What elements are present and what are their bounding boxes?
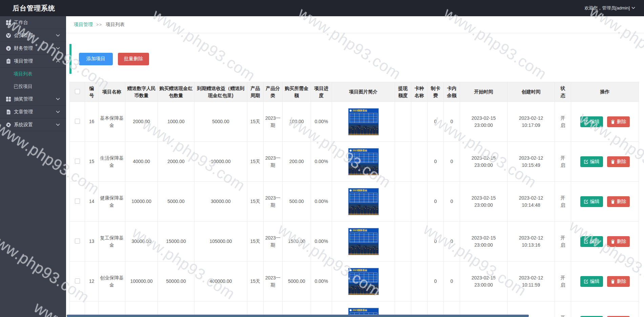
col-header-label: 到期赠送收益（赠送到现金红包里) xyxy=(195,85,246,99)
poster-title: 2023国际基金 xyxy=(353,189,368,192)
edit-button[interactable]: 编辑 xyxy=(580,116,603,127)
breadcrumb-section-link[interactable]: 项目管理 xyxy=(74,22,93,28)
col-header-label: 项目进度 xyxy=(313,85,330,99)
row-checkbox[interactable] xyxy=(75,239,80,244)
delete-button[interactable]: 删除 xyxy=(607,276,630,287)
col-header-id: 编号 xyxy=(85,82,99,102)
cell-maturity_income: 10000.00 xyxy=(194,142,247,182)
cell-value-card_fee: 0 xyxy=(434,198,437,205)
edit-icon xyxy=(584,239,588,244)
edit-button[interactable]: 编辑 xyxy=(580,316,603,317)
cell-value-digital_rmb: 10000.00 xyxy=(131,198,151,205)
cell-value-status: 开启 xyxy=(560,195,566,209)
table-row: 14健康保障基金10000.005000.0030000.0015天2023一期… xyxy=(70,182,639,222)
col-header-label: 提现额度 xyxy=(397,85,409,99)
cell-value-card_balance: 0 xyxy=(451,278,453,285)
sidebar-item-article-management[interactable]: 文章管理 xyxy=(0,106,66,118)
col-header-cycle: 产品周期 xyxy=(247,82,264,102)
cell-image: 2023国际基金 xyxy=(332,142,395,182)
cell-value-progress: 0.00% xyxy=(315,158,328,165)
sidebar-item-label: 项目管理 xyxy=(14,58,33,64)
edit-button[interactable]: 编辑 xyxy=(580,236,603,247)
table-row: 15生活保障基金4000.002000.0010000.0015天2023一期2… xyxy=(70,142,639,182)
cell-progress: 0.00% xyxy=(311,262,332,301)
trash-icon xyxy=(610,239,615,244)
cell-value-id: 16 xyxy=(89,118,95,125)
cell-category: 2023一期 xyxy=(264,142,283,182)
col-header-label: 开始时间 xyxy=(474,88,493,95)
sidebar-item-project-management[interactable]: 项目管理 xyxy=(0,55,66,68)
sidebar-subitem-project-list[interactable]: 项目列表 xyxy=(0,68,66,80)
project-image-thumbnail: 2023国际基金 xyxy=(348,148,379,175)
app-title: 后台管理系统 xyxy=(0,4,55,13)
poster-data-grid xyxy=(350,193,377,203)
breadcrumb-separator: >> xyxy=(96,22,102,27)
cell-cycle: 15天 xyxy=(247,102,264,142)
edit-button[interactable]: 编辑 xyxy=(580,156,603,167)
sidebar-subitem-invested-projects[interactable]: 已投项目 xyxy=(0,80,66,93)
poster-logo-icon xyxy=(350,269,352,271)
delete-button[interactable]: 删除 xyxy=(607,116,630,127)
cell-card_fee: 0 xyxy=(428,142,444,182)
grid-icon xyxy=(6,96,11,102)
project-image-thumbnail: 2023国际基金 xyxy=(348,108,379,135)
poster-title: 2023国际基金 xyxy=(353,149,368,152)
delete-button[interactable]: 删除 xyxy=(607,156,630,167)
cell-actions: 编辑删除 xyxy=(571,182,639,222)
cell-card_balance: 0 xyxy=(444,182,460,222)
cell-value-card_balance: 0 xyxy=(451,238,453,245)
select-all-checkbox[interactable] xyxy=(75,89,80,94)
cell-id: 14 xyxy=(85,182,99,222)
chevron-down-icon xyxy=(56,98,60,100)
sidebar-item-workbench[interactable]: 工作台 xyxy=(0,16,66,29)
cell-value-cash_red_packet: 2000.00 xyxy=(167,158,185,165)
cell-create_time: 2023-02-12 10:15:49 xyxy=(507,142,555,182)
sidebar-item-system-settings[interactable]: 系统设置 xyxy=(0,118,66,131)
add-project-button[interactable]: 添加项目 xyxy=(79,53,113,65)
horizontal-scrollbar-thumb[interactable] xyxy=(67,315,529,317)
edit-button[interactable]: 编辑 xyxy=(580,196,603,207)
user-menu[interactable]: 欢迎您，管理员[admin] xyxy=(584,5,644,11)
poster-title: 2023国际基金 xyxy=(353,269,368,272)
cell-card_name xyxy=(411,142,428,182)
cell-value-maturity_income: 10000.00 xyxy=(211,158,230,165)
edit-button[interactable]: 编辑 xyxy=(580,276,603,287)
cell-digital_rmb: 10000.00 xyxy=(125,182,158,222)
col-header-label: 创建时间 xyxy=(522,88,541,95)
col-header-label: 状态 xyxy=(560,85,566,99)
row-checkbox[interactable] xyxy=(75,119,80,124)
sidebar-item-finance-management[interactable]: ¥财务管理 xyxy=(0,42,66,55)
row-checkbox[interactable] xyxy=(75,278,80,284)
cell-progress: 0.00% xyxy=(311,182,332,222)
cell-value-cycle: 15天 xyxy=(250,198,261,205)
cell-value-digital_rmb: 2000.00 xyxy=(133,118,150,125)
cell-name: 复工保障基金 xyxy=(99,222,125,262)
delete-button[interactable]: 删除 xyxy=(607,236,630,247)
delete-button[interactable]: 删除 xyxy=(607,316,630,317)
cell-card_balance: 0 xyxy=(444,262,460,301)
cell-value-id: 13 xyxy=(89,238,95,245)
svg-text:¥: ¥ xyxy=(7,46,9,50)
cell-id: 12 xyxy=(85,262,99,301)
sidebar-item-lottery-management[interactable]: 抽奖管理 xyxy=(0,93,66,106)
cell-value-category: 2023一期 xyxy=(264,155,282,169)
sidebar: 工作台会员管理¥财务管理项目管理项目列表已投项目抽奖管理文章管理系统设置 xyxy=(0,16,66,317)
cell-actions: 编辑删除 xyxy=(571,262,639,301)
delete-button-label: 删除 xyxy=(617,199,626,205)
poster-logo-icon xyxy=(350,110,352,112)
col-header-digital_rmb: 赠送数字人民币数量 xyxy=(125,82,158,102)
cell-value-cash_red_packet: 15000.00 xyxy=(166,238,186,245)
chevron-up-icon xyxy=(56,60,60,63)
toolbar-accent-bar xyxy=(69,44,71,74)
cell-category: 2023一期 xyxy=(264,222,283,262)
row-checkbox[interactable] xyxy=(75,159,80,164)
delete-button[interactable]: 删除 xyxy=(607,196,630,207)
cell-name: 健康保障基金 xyxy=(99,182,125,222)
cell-progress: 0.00% xyxy=(311,222,332,262)
sidebar-item-label: 工作台 xyxy=(14,20,28,26)
cell-image: 2023国际基金 xyxy=(332,262,395,301)
cell-value-amount: 500.00 xyxy=(289,198,304,205)
row-checkbox[interactable] xyxy=(75,199,80,204)
sidebar-item-member-management[interactable]: 会员管理 xyxy=(0,29,66,42)
batch-delete-button[interactable]: 批量删除 xyxy=(118,53,149,65)
